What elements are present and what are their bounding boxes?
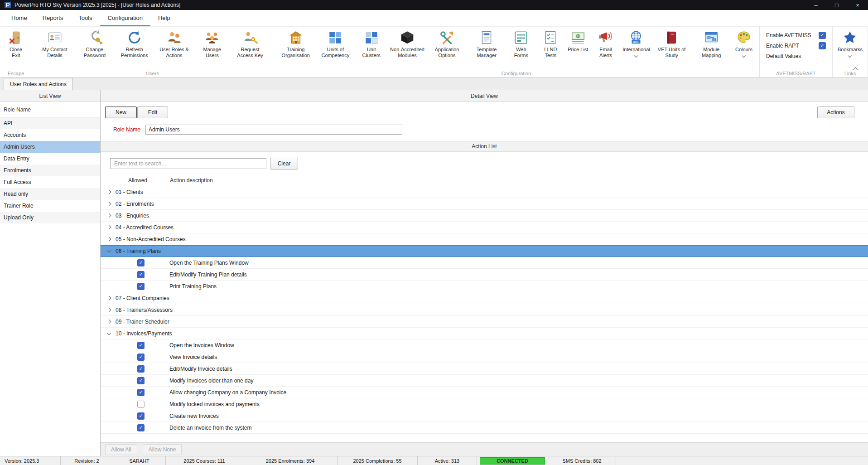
action-item-delete-an-invoice-from-the-system[interactable]: ✓Delete an Invoice from the system — [101, 422, 868, 434]
role-row-accounts[interactable]: Accounts — [0, 129, 100, 141]
edit-button[interactable]: Edit — [137, 107, 168, 118]
allow-none-button[interactable]: Allow None — [143, 444, 182, 455]
menu-item-reports[interactable]: Reports — [35, 10, 71, 26]
ribbon-button-bookmarks[interactable]: Bookmarks — [835, 29, 865, 58]
action-group-09-trainer-scheduler[interactable]: 09 - Trainer Scheduler — [101, 316, 868, 328]
action-group-01-clients[interactable]: 01 - Clients — [101, 186, 868, 198]
action-item-print-training-plans[interactable]: ✓Print Training Plans — [101, 281, 868, 292]
action-group-02-enrolments[interactable]: 02 - Enrolments — [101, 198, 868, 210]
column-header-action-description[interactable]: Action description — [170, 177, 213, 184]
checkbox[interactable]: ✓ — [137, 389, 145, 396]
ribbon-button-close-exit[interactable]: Close Exit — [3, 29, 29, 59]
role-row-upload-only[interactable]: Upload Only — [0, 212, 100, 223]
ribbon-button-template-manager[interactable]: Template Manager — [467, 29, 506, 59]
ribbon-button-email-alerts[interactable]: Email Alerts — [591, 29, 621, 59]
new-button[interactable]: New — [105, 107, 137, 118]
action-item-create-new-invoices[interactable]: ✓Create new Invoices — [101, 410, 868, 422]
menu-item-home[interactable]: Home — [4, 10, 35, 26]
checkbox[interactable]: ✓ — [137, 271, 145, 278]
ribbon-button-llnd-tests[interactable]: LLND Tests — [536, 29, 565, 59]
checkbox[interactable]: ✓ — [137, 377, 145, 384]
role-label: Read only — [4, 191, 28, 197]
ribbon-option-default-values[interactable]: Default Values — [766, 51, 826, 61]
role-row-full-access[interactable]: Full Access — [0, 176, 100, 188]
action-group-08-trainers-assessors[interactable]: 08 - Trainers/Assessors — [101, 304, 868, 316]
actions-button[interactable]: Actions — [817, 107, 854, 118]
action-item-label: Modify locked invoices and payments — [169, 401, 260, 407]
role-name-input[interactable] — [145, 125, 402, 135]
action-group-10-invoices-payments[interactable]: 10 - Invoices/Payments — [101, 328, 868, 339]
ribbon-button-vet-units-of-study[interactable]: VET Units of Study — [652, 29, 692, 59]
chevron-right-icon[interactable] — [107, 213, 111, 218]
checkbox[interactable]: ✓ — [137, 365, 145, 373]
role-row-trainer-role[interactable]: Trainer Role — [0, 200, 100, 212]
ribbon-button-unit-clusters[interactable]: Unit Clusters — [355, 29, 387, 59]
chevron-right-icon[interactable] — [107, 202, 111, 206]
role-row-enrolments[interactable]: Enrolments — [0, 165, 100, 176]
chevron-right-icon[interactable] — [107, 308, 111, 312]
role-row-admin-users[interactable]: Admin Users — [0, 141, 100, 153]
search-input[interactable] — [110, 158, 266, 169]
chevron-right-icon[interactable] — [107, 190, 111, 194]
action-group-04-accredited-courses[interactable]: 04 - Accredited Courses — [101, 222, 868, 233]
ribbon-button-request-access-key[interactable]: Request Access Key — [230, 29, 270, 59]
action-group-06-training-plans[interactable]: 06 - Training Plans — [101, 245, 868, 257]
action-item-view-invoice-details[interactable]: ✓View Invoice details — [101, 351, 868, 363]
maximize-button[interactable]: □ — [826, 0, 847, 10]
menu-item-configuration[interactable]: Configuration — [100, 10, 150, 26]
ribbon-button-training-organisation[interactable]: Training Organisation — [276, 29, 316, 59]
ribbon-button-change-password[interactable]: Change Password — [75, 29, 115, 59]
ribbon-button-my-contact-details[interactable]: My Contact Details — [35, 29, 75, 59]
clear-button[interactable]: Clear — [270, 158, 298, 170]
checkbox[interactable]: ✓ — [819, 42, 826, 49]
ribbon-button-non-accredited-modules[interactable]: Non-Accredited Modules — [387, 29, 427, 59]
close-button[interactable]: × — [847, 0, 868, 10]
ribbon-option-enable-avetmiss[interactable]: Enable AVETMISS✓ — [766, 30, 826, 40]
action-item-edit-modify-invoice-details[interactable]: ✓Edit/Modify Invoice details — [101, 363, 868, 375]
checkbox[interactable]: ✓ — [137, 354, 145, 361]
role-row-data-entry[interactable]: Data Entry — [0, 153, 100, 165]
checkbox[interactable]: ✓ — [819, 32, 826, 39]
checkbox[interactable] — [137, 401, 145, 408]
ribbon-button-user-roles-actions[interactable]: User Roles & Actions — [154, 29, 194, 59]
action-item-modify-invoices-older-than-one-day[interactable]: ✓Modify Invoices older than one day — [101, 375, 868, 387]
ribbon-button-manage-users[interactable]: Manage Users — [194, 29, 230, 59]
ribbon-option-enable-rapt[interactable]: Enable RAPT✓ — [766, 40, 826, 51]
action-group-03-enquiries[interactable]: 03 - Enquiries — [101, 210, 868, 222]
chevron-right-icon[interactable] — [107, 225, 111, 230]
role-name-column-header[interactable]: Role Name — [0, 102, 100, 117]
chevron-right-icon[interactable] — [107, 237, 111, 242]
allow-all-button[interactable]: Allow All — [105, 444, 137, 455]
action-item-open-the-invoices-window[interactable]: ✓Open the Invoices Window — [101, 339, 868, 351]
role-row-api[interactable]: API — [0, 117, 100, 129]
menu-item-tools[interactable]: Tools — [71, 10, 100, 26]
chevron-right-icon[interactable] — [107, 320, 111, 324]
role-row-read-only[interactable]: Read only — [0, 188, 100, 200]
ribbon-button-units-of-competency[interactable]: Units of Competency — [316, 29, 356, 59]
checkbox[interactable]: ✓ — [137, 412, 145, 420]
tab-user-roles-and-actions[interactable]: User Roles and Actions — [4, 78, 73, 90]
ribbon-button-application-options[interactable]: Application Options — [427, 29, 467, 59]
checkbox[interactable]: ✓ — [137, 259, 145, 266]
checkbox[interactable]: ✓ — [137, 342, 145, 349]
ribbon-button-module-mapping[interactable]: Module Mapping — [691, 29, 731, 59]
ribbon-button-price-list[interactable]: $Price List — [565, 29, 591, 53]
action-item-modify-locked-invoices-and-payments[interactable]: Modify locked invoices and payments — [101, 398, 868, 410]
action-item-allow-changing-company-on-a-company-invoice[interactable]: ✓Allow changing Company on a Company Inv… — [101, 387, 868, 398]
action-item-open-the-training-plans-window[interactable]: ✓Open the Training Plans Window — [101, 257, 868, 269]
checkbox[interactable]: ✓ — [137, 424, 145, 431]
minimize-button[interactable]: – — [805, 0, 826, 10]
checkbox[interactable]: ✓ — [137, 283, 145, 290]
action-item-edit-modify-training-plan-details[interactable]: ✓Edit/Modify Training Plan details — [101, 269, 868, 281]
ribbon-button-web-forms[interactable]: Web Forms — [506, 29, 536, 59]
ribbon-button-international[interactable]: ABCInternational — [621, 29, 652, 58]
action-group-07-client-companies[interactable]: 07 - Client Companies — [101, 292, 868, 304]
column-header-allowed[interactable]: Allowed — [124, 177, 151, 184]
ribbon-button-colours[interactable]: Colours — [731, 29, 757, 58]
chevron-right-icon[interactable] — [107, 296, 111, 300]
action-group-05-non-accredited-courses[interactable]: 05 - Non-Accredited Courses — [101, 233, 868, 245]
chevron-down-icon[interactable] — [107, 248, 111, 253]
ribbon-button-refresh-permissions[interactable]: Refresh Permissions — [115, 29, 154, 59]
menu-item-help[interactable]: Help — [150, 10, 178, 26]
chevron-down-icon[interactable] — [107, 330, 111, 335]
